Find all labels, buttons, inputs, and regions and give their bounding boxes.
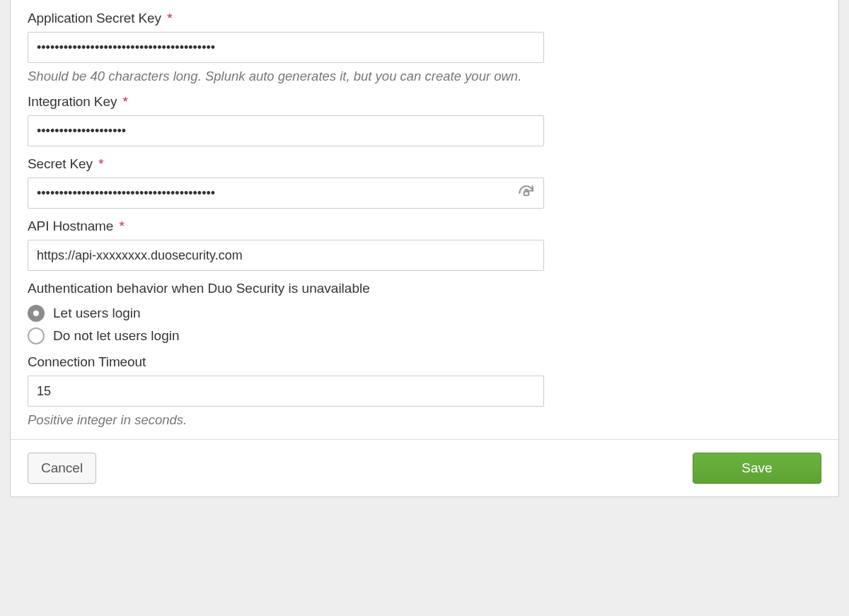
label-text: Integration Key: [28, 94, 117, 109]
integration-key-label: Integration Key *: [28, 94, 821, 110]
panel-footer: Cancel Save: [11, 439, 838, 496]
input-wrap: [28, 115, 544, 146]
button-label: Save: [741, 460, 772, 476]
field-secret-key: Secret Key *: [28, 156, 821, 209]
input-wrap: [28, 178, 544, 209]
input-wrap: [28, 32, 544, 63]
radio-icon: [28, 305, 45, 322]
duo-settings-panel: Application Secret Key * Should be 40 ch…: [10, 0, 839, 497]
required-marker: *: [98, 156, 103, 171]
field-integration-key: Integration Key *: [28, 94, 821, 146]
button-label: Cancel: [41, 460, 83, 476]
secret-key-label: Secret Key *: [28, 156, 821, 172]
connection-timeout-help: Positive integer in seconds.: [28, 412, 608, 428]
label-text: Secret Key: [28, 156, 93, 171]
auth-behavior-option-allow[interactable]: Let users login: [28, 305, 821, 322]
api-hostname-label: API Hostname *: [28, 219, 821, 234]
field-auth-behavior: Authentication behavior when Duo Securit…: [28, 281, 821, 344]
required-marker: *: [123, 94, 128, 109]
required-marker: *: [120, 219, 125, 233]
radio-icon: [28, 327, 45, 344]
app-secret-key-help: Should be 40 characters long. Splunk aut…: [28, 69, 608, 84]
field-connection-timeout: Connection Timeout Positive integer in s…: [28, 354, 821, 428]
label-text: Connection Timeout: [28, 354, 146, 369]
field-api-hostname: API Hostname *: [28, 219, 821, 271]
cancel-button[interactable]: Cancel: [28, 453, 96, 484]
connection-timeout-label: Connection Timeout: [28, 354, 821, 370]
save-button[interactable]: Save: [693, 453, 821, 484]
auth-behavior-options: Let users login Do not let users login: [28, 305, 821, 344]
auth-behavior-label: Authentication behavior when Duo Securit…: [28, 281, 821, 296]
integration-key-input[interactable]: [28, 115, 544, 146]
secret-key-input[interactable]: [28, 178, 544, 209]
api-hostname-input[interactable]: [28, 240, 544, 271]
connection-timeout-input[interactable]: [28, 376, 544, 407]
auth-behavior-option-deny[interactable]: Do not let users login: [28, 327, 821, 344]
radio-label: Do not let users login: [53, 328, 180, 344]
input-wrap: [28, 376, 544, 407]
app-secret-key-input[interactable]: [28, 32, 544, 63]
label-text: Application Secret Key: [28, 11, 161, 25]
radio-label: Let users login: [53, 306, 141, 321]
app-secret-key-label: Application Secret Key *: [28, 11, 821, 26]
input-wrap: [28, 240, 544, 271]
required-marker: *: [167, 11, 172, 25]
panel-body: Application Secret Key * Should be 40 ch…: [11, 0, 838, 439]
label-text: API Hostname: [28, 219, 113, 233]
field-app-secret-key: Application Secret Key * Should be 40 ch…: [28, 11, 821, 84]
